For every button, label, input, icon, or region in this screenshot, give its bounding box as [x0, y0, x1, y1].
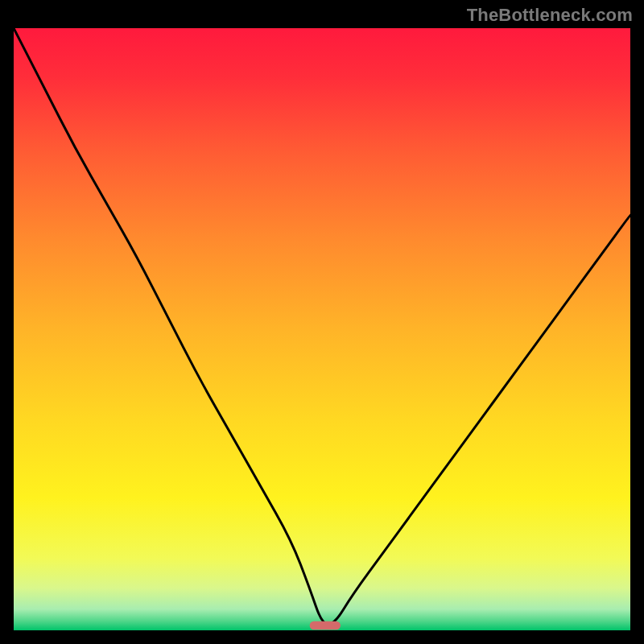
- chart-svg: [14, 28, 630, 630]
- plot-area: [14, 28, 630, 630]
- background-gradient: [14, 28, 630, 630]
- chart-frame: TheBottleneck.com: [0, 0, 644, 644]
- optimal-range-marker: [310, 621, 341, 630]
- watermark-label: TheBottleneck.com: [467, 5, 633, 26]
